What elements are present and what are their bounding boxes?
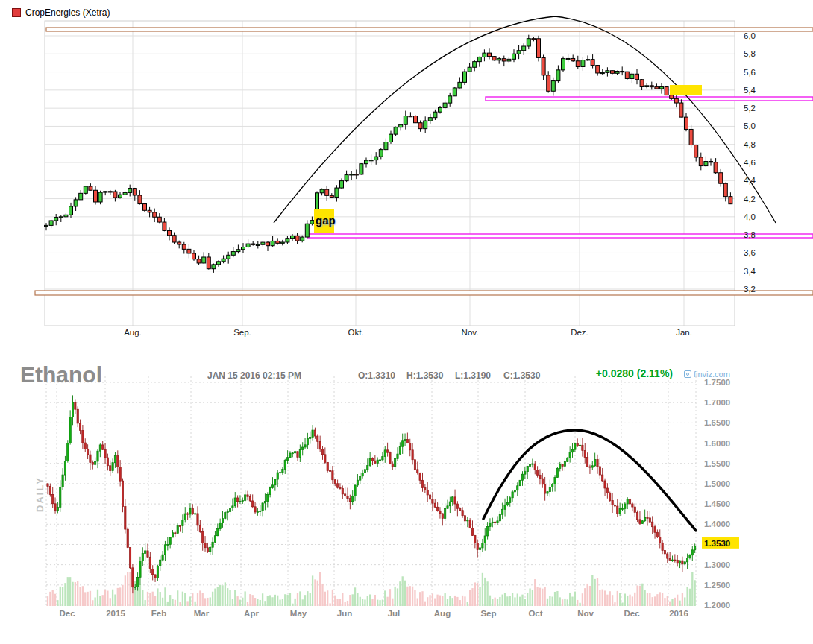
- candlestick: [54, 218, 58, 221]
- finviz-logo-icon: [684, 370, 691, 378]
- volume-bar: [319, 572, 321, 606]
- volume-bar: [225, 582, 226, 606]
- candlestick: [529, 464, 530, 467]
- volume-bar: [567, 599, 568, 606]
- volume-bar: [409, 586, 411, 606]
- candlestick: [640, 80, 644, 87]
- finviz-watermark-label: finviz.com: [694, 370, 730, 379]
- finviz-watermark[interactable]: finviz.com: [684, 370, 730, 379]
- candlestick: [382, 457, 383, 460]
- svg-text:3,4: 3,4: [744, 267, 756, 276]
- volume-bar: [512, 593, 513, 606]
- volume-bar: [556, 591, 558, 606]
- candlestick: [69, 206, 73, 215]
- volume-bar: [649, 593, 650, 606]
- candlestick: [317, 436, 318, 441]
- volume-bar: [217, 587, 219, 606]
- candlestick: [506, 502, 508, 505]
- volume-bar: [521, 595, 523, 606]
- candlestick: [157, 217, 161, 222]
- candlestick: [547, 75, 550, 91]
- candlestick: [249, 496, 251, 501]
- volume-bar: [484, 578, 486, 606]
- candlestick: [571, 449, 573, 452]
- interval-label: DAILY: [34, 463, 46, 525]
- candlestick: [384, 142, 388, 150]
- candlestick: [670, 95, 674, 99]
- candlestick: [479, 548, 480, 550]
- volume-bar: [684, 597, 685, 606]
- candlestick: [488, 53, 492, 57]
- candlestick: [685, 117, 688, 129]
- candlestick: [172, 236, 176, 242]
- candlestick: [502, 509, 503, 514]
- volume-bar: [349, 595, 351, 606]
- candlestick: [464, 516, 465, 521]
- volume-bar: [60, 587, 61, 606]
- volume-bar: [192, 593, 193, 606]
- candlestick: [594, 459, 596, 465]
- candlestick: [282, 469, 283, 472]
- volume-bar: [357, 593, 358, 606]
- volume-bar: [112, 590, 113, 606]
- highlight-box: [670, 85, 702, 95]
- page: 6,05,85,65,45,25,04,84,64,44,24,03,83,63…: [0, 0, 813, 644]
- volume-bar: [295, 599, 296, 606]
- svg-text:Sep: Sep: [480, 609, 496, 618]
- candlestick: [574, 444, 576, 450]
- candlestick: [634, 507, 635, 512]
- candlestick: [212, 265, 216, 269]
- volume-bar: [119, 587, 121, 606]
- volume-bar: [72, 582, 73, 606]
- volume-bar: [532, 590, 533, 606]
- candlestick: [624, 504, 626, 508]
- volume-bar: [554, 592, 556, 606]
- candlestick: [52, 494, 54, 503]
- candlestick: [247, 495, 248, 496]
- candlestick: [202, 257, 206, 263]
- candlestick: [439, 107, 442, 112]
- candlestick: [340, 181, 344, 188]
- volume-bar: [90, 591, 91, 606]
- volume-bar: [527, 593, 528, 606]
- candlestick: [107, 458, 108, 466]
- candlestick: [164, 545, 166, 555]
- volume-bar: [597, 578, 598, 606]
- candlestick: [342, 488, 343, 493]
- svg-text:3,2: 3,2: [744, 285, 756, 294]
- volume-bar: [277, 596, 278, 606]
- volume-bar: [297, 593, 298, 606]
- volume-bar: [402, 576, 404, 606]
- candlestick: [562, 59, 565, 70]
- candlestick: [57, 507, 58, 510]
- candlestick: [172, 533, 173, 537]
- volume-bar: [242, 598, 243, 606]
- volume-bar: [552, 596, 553, 606]
- volume-bar: [299, 591, 301, 606]
- svg-text:1.5000: 1.5000: [704, 479, 730, 488]
- candlestick: [132, 568, 134, 587]
- volume-bar: [614, 602, 615, 606]
- volume-bar: [652, 597, 653, 606]
- candlestick: [136, 577, 138, 587]
- candlestick: [319, 441, 321, 449]
- volume-bar: [52, 590, 54, 606]
- candlestick: [551, 81, 555, 92]
- candlestick: [110, 466, 111, 471]
- gap-label: gap: [316, 214, 336, 227]
- candlestick: [360, 476, 361, 480]
- candlestick: [453, 88, 456, 96]
- candlestick: [143, 204, 147, 211]
- volume-bar: [477, 583, 478, 606]
- volume-bar: [371, 599, 373, 606]
- volume-bar: [312, 575, 313, 606]
- candlestick: [362, 473, 363, 476]
- svg-text:Jan.: Jan.: [676, 328, 692, 337]
- candlestick: [62, 475, 63, 487]
- volume-bar: [656, 594, 658, 606]
- volume-bar: [621, 602, 623, 606]
- candlestick: [517, 486, 518, 490]
- svg-text:Dec: Dec: [624, 609, 640, 618]
- volume-bar: [310, 593, 311, 606]
- candlestick: [47, 484, 48, 487]
